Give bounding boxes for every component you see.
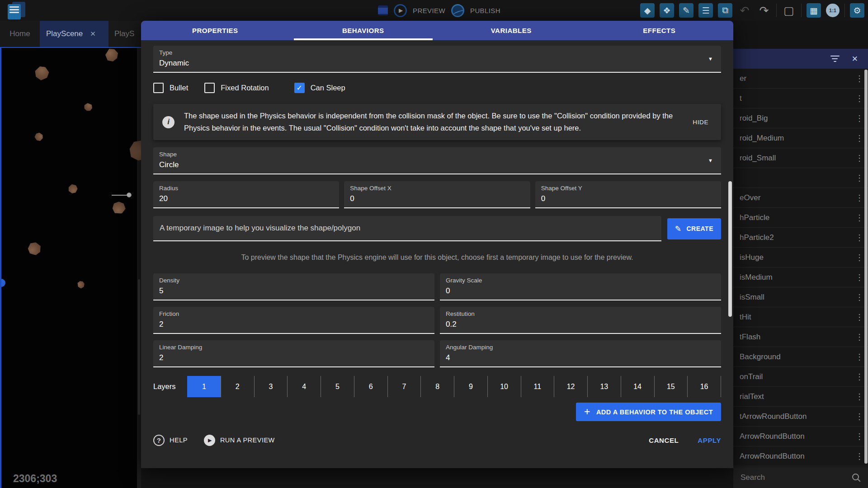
menu-dots-icon[interactable]: ⋮ xyxy=(854,233,864,243)
field-friction[interactable]: Friction2 xyxy=(153,307,434,334)
add-object-icon[interactable]: ◆ xyxy=(640,3,655,18)
add-behavior-button[interactable]: + ADD A BEHAVIOR TO THE OBJECT xyxy=(576,403,721,421)
object-list-item[interactable]: ArrowRoundButton⋮ xyxy=(733,427,868,446)
menu-dots-icon[interactable]: ⋮ xyxy=(854,193,864,203)
layer-cell-14[interactable]: 14 xyxy=(621,376,654,397)
object-list-item[interactable]: eOver⋮ xyxy=(733,188,868,208)
dialog-tab-variables[interactable]: VARIABLES xyxy=(437,21,585,40)
object-list-item[interactable]: rialText⋮ xyxy=(733,387,868,407)
object-list-item[interactable]: tFlash⋮ xyxy=(733,327,868,347)
object-list-item[interactable]: t⋮ xyxy=(733,89,868,108)
menu-dots-icon[interactable]: ⋮ xyxy=(854,74,864,84)
object-list-item[interactable]: hParticle⋮ xyxy=(733,208,868,228)
layer-cell-4[interactable]: 4 xyxy=(287,376,321,397)
checkbox-box[interactable] xyxy=(153,83,164,93)
layer-cell-11[interactable]: 11 xyxy=(521,376,554,397)
menu-dots-icon[interactable]: ⋮ xyxy=(854,173,864,183)
layer-cell-2[interactable]: 2 xyxy=(221,376,254,397)
layer-cell-9[interactable]: 9 xyxy=(454,376,487,397)
undo-icon[interactable]: ↶ xyxy=(737,3,752,18)
tab-playscene-2[interactable]: PlayS xyxy=(108,21,141,47)
menu-dots-icon[interactable]: ⋮ xyxy=(854,451,864,461)
object-list-item[interactable]: tArrowRoundButton⋮ xyxy=(733,407,868,427)
tab-home[interactable]: Home xyxy=(0,21,40,47)
help-button[interactable]: ? HELP xyxy=(153,435,188,446)
edit-scene-icon[interactable]: ✎ xyxy=(679,3,693,18)
publish-icon[interactable] xyxy=(451,4,464,17)
asteroid-object[interactable] xyxy=(33,64,52,83)
checkbox-bullet[interactable]: Bullet xyxy=(153,83,188,93)
object-list-item[interactable]: roid_Small⋮ xyxy=(733,148,868,168)
create-button[interactable]: ✎ CREATE xyxy=(667,218,721,239)
layer-cell-6[interactable]: 6 xyxy=(354,376,387,397)
object-list-item[interactable]: hParticle2⋮ xyxy=(733,228,868,248)
object-list-item[interactable]: tHit⋮ xyxy=(733,307,868,327)
scene-canvas[interactable]: 2306;303 xyxy=(0,47,141,488)
object-list-item[interactable]: roid_Big⋮ xyxy=(733,108,868,128)
field-gravity-scale[interactable]: Gravity Scale0 xyxy=(440,273,721,300)
menu-dots-icon[interactable]: ⋮ xyxy=(854,352,864,362)
field-angular-damping[interactable]: Angular Damping4 xyxy=(440,340,721,367)
menu-dots-icon[interactable]: ⋮ xyxy=(854,272,864,282)
menu-dots-icon[interactable]: ⋮ xyxy=(854,153,864,163)
field-density[interactable]: Density5 xyxy=(153,273,434,300)
hide-button[interactable]: HIDE xyxy=(689,115,712,129)
canvas-scrollbar[interactable] xyxy=(137,48,141,488)
tab-close-icon[interactable]: ✕ xyxy=(90,30,96,38)
field-linear-damping[interactable]: Linear Damping2 xyxy=(153,340,434,367)
checkbox-box[interactable]: ✓ xyxy=(294,83,305,93)
layer-cell-5[interactable]: 5 xyxy=(321,376,354,397)
object-list-item[interactable]: roid_Medium⋮ xyxy=(733,128,868,148)
asteroid-object[interactable] xyxy=(67,183,79,195)
search-input[interactable] xyxy=(741,473,848,482)
dialog-tab-behaviors[interactable]: BEHAVIORS xyxy=(289,21,438,40)
cancel-button[interactable]: CANCEL xyxy=(649,436,679,444)
layer-cell-13[interactable]: 13 xyxy=(587,376,621,397)
field-restitution[interactable]: Restitution0.2 xyxy=(440,307,721,334)
menu-dots-icon[interactable]: ⋮ xyxy=(854,253,864,263)
zoom-1-1-icon[interactable]: 1:1 xyxy=(826,4,840,17)
menu-dots-icon[interactable]: ⋮ xyxy=(854,432,864,441)
filter-icon[interactable] xyxy=(830,56,840,62)
object-list-item[interactable]: ⋮ xyxy=(733,168,868,188)
menu-dots-icon[interactable]: ⋮ xyxy=(854,133,864,143)
debug-icon[interactable] xyxy=(378,5,388,15)
asteroid-object[interactable] xyxy=(110,199,127,216)
dialog-tab-effects[interactable]: EFFECTS xyxy=(585,21,734,40)
type-dropdown[interactable]: Type Dynamic ▼ xyxy=(153,46,721,73)
menu-dots-icon[interactable]: ⋮ xyxy=(854,312,864,322)
run-preview-button[interactable]: ▶ RUN A PREVIEW xyxy=(204,435,275,446)
menu-dots-icon[interactable]: ⋮ xyxy=(854,213,864,223)
preview-button[interactable]: PREVIEW xyxy=(413,7,445,14)
field-radius[interactable]: Radius20 xyxy=(153,181,339,208)
properties-list-icon[interactable]: ☰ xyxy=(698,3,713,18)
preferences-icon[interactable]: ⚙ xyxy=(850,3,864,18)
object-list-item[interactable]: Background⋮ xyxy=(733,347,868,367)
menu-dots-icon[interactable]: ⋮ xyxy=(854,292,864,302)
layer-cell-10[interactable]: 10 xyxy=(487,376,521,397)
layers-icon[interactable]: ⧉ xyxy=(718,3,732,18)
checkbox-can-sleep[interactable]: ✓Can Sleep xyxy=(294,83,345,93)
asteroid-object[interactable] xyxy=(84,103,93,112)
checkbox-box[interactable] xyxy=(204,83,215,93)
layer-cell-7[interactable]: 7 xyxy=(387,376,421,397)
grid-icon[interactable]: ▦ xyxy=(807,3,821,18)
temp-image-input[interactable] xyxy=(153,216,661,241)
dialog-tab-properties[interactable]: PROPERTIES xyxy=(141,21,289,40)
project-manager-icon[interactable] xyxy=(6,1,27,20)
asteroid-object[interactable] xyxy=(76,280,86,290)
object-list-item[interactable]: isMedium⋮ xyxy=(733,267,868,287)
close-icon[interactable]: ✕ xyxy=(852,54,858,64)
layer-cell-15[interactable]: 15 xyxy=(654,376,688,397)
redo-icon[interactable]: ↷ xyxy=(757,3,771,18)
object-list-item[interactable]: isSmall⋮ xyxy=(733,287,868,307)
menu-dots-icon[interactable]: ⋮ xyxy=(854,113,864,123)
layer-cell-1[interactable]: 1 xyxy=(187,376,221,397)
field-shape-offset-y[interactable]: Shape Offset Y0 xyxy=(535,181,721,208)
tab-playscene[interactable]: PlayScene ✕ xyxy=(40,21,108,47)
shape-dropdown[interactable]: Shape Circle ▼ xyxy=(153,147,721,174)
objects-group-icon[interactable]: ❖ xyxy=(660,3,674,18)
field-shape-offset-x[interactable]: Shape Offset X0 xyxy=(344,181,530,208)
layer-cell-12[interactable]: 12 xyxy=(554,376,587,397)
object-list-item[interactable]: onTrail⋮ xyxy=(733,367,868,387)
